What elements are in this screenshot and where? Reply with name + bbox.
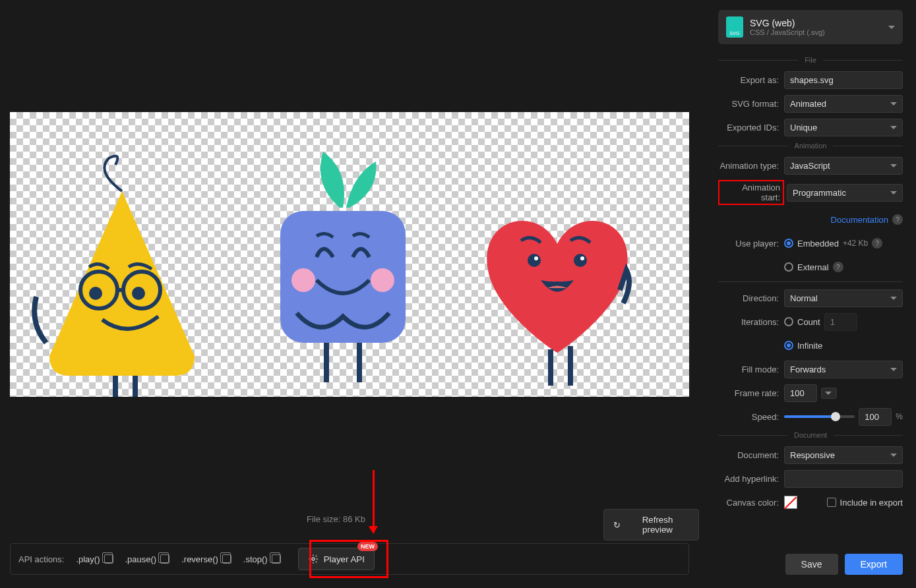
help-icon[interactable]: ? (892, 214, 903, 225)
api-action-play[interactable]: .play() (76, 554, 113, 564)
api-actions-bar: API actions: .play() .pause() .reverse()… (10, 543, 689, 575)
hyperlink-input[interactable] (784, 470, 903, 488)
help-icon[interactable]: ? (833, 262, 843, 272)
external-radio[interactable] (784, 262, 793, 272)
svg-point-18 (312, 558, 315, 560)
section-document: Document (718, 431, 903, 439)
characters-illustration (10, 112, 689, 397)
api-action-stop[interactable]: .stop() (243, 554, 281, 564)
refresh-icon: ↻ (613, 520, 621, 530)
document-select[interactable]: Responsive (784, 446, 903, 464)
use-player-label: Use player: (718, 239, 784, 249)
canvas-color-swatch[interactable] (784, 496, 797, 509)
api-actions-label: API actions: (18, 554, 64, 564)
copy-icon[interactable] (160, 554, 169, 564)
svg-point-2 (89, 287, 102, 300)
file-size-label: File size: 86 Kb (307, 514, 365, 524)
count-label: Count (797, 317, 820, 327)
external-label: External (797, 262, 829, 272)
section-animation: Animation (718, 142, 903, 150)
animation-start-select[interactable]: Programmatic (787, 184, 903, 202)
export-as-input[interactable] (784, 71, 903, 89)
frame-rate-input[interactable] (784, 384, 817, 402)
export-button[interactable]: Export (845, 554, 903, 575)
chevron-down-icon (888, 26, 895, 29)
speed-unit: % (896, 412, 903, 421)
player-api-button[interactable]: Player API NEW (298, 548, 375, 570)
include-export-checkbox[interactable] (827, 498, 836, 507)
svg-point-13 (574, 254, 587, 267)
speed-label: Speed: (718, 412, 784, 422)
infinite-label: Infinite (797, 341, 822, 351)
embedded-label: Embedded (797, 239, 839, 249)
infinite-radio[interactable] (784, 341, 793, 350)
chevron-down-icon (890, 297, 897, 300)
embedded-size: +42 Kb (843, 239, 868, 248)
direction-label: Direction: (718, 293, 784, 303)
animation-type-label: Animation type: (718, 161, 784, 171)
svg-point-3 (132, 287, 145, 300)
api-action-pause[interactable]: .pause() (125, 554, 170, 564)
svg-point-14 (534, 256, 538, 260)
copy-icon[interactable] (222, 554, 231, 564)
section-file: File (718, 56, 903, 64)
fill-mode-label: Fill mode: (718, 365, 784, 374)
speed-slider[interactable] (784, 415, 855, 418)
documentation-link[interactable]: Documentation (831, 215, 888, 225)
frame-rate-label: Frame rate: (718, 388, 784, 398)
format-subtitle: CSS / JavaScript (.svg) (750, 28, 882, 36)
new-badge: NEW (357, 542, 378, 551)
chevron-down-icon (890, 191, 897, 194)
direction-select[interactable]: Normal (784, 289, 903, 307)
refresh-preview-button[interactable]: ↻ Refresh preview (603, 509, 699, 541)
animation-start-label: Animation start: (718, 180, 784, 205)
count-radio[interactable] (784, 317, 793, 326)
gear-icon (308, 554, 319, 564)
chevron-down-icon (890, 102, 897, 105)
hyperlink-label: Add hyperlink: (718, 474, 784, 484)
iterations-label: Iterations: (718, 317, 784, 327)
export-as-label: Export as: (718, 75, 784, 85)
help-icon[interactable]: ? (872, 238, 882, 249)
chevron-down-icon (890, 368, 897, 371)
canvas-color-label: Canvas color: (718, 498, 784, 508)
export-sidebar: SVG SVG (web) CSS / JavaScript (.svg) Fi… (705, 0, 916, 588)
chevron-down-icon (890, 454, 897, 457)
svg-point-8 (291, 268, 315, 292)
svg-format-select[interactable]: Animated (784, 95, 903, 113)
api-action-reverse[interactable]: .reverse() (181, 554, 231, 564)
include-export-label: Include in export (840, 498, 903, 508)
speed-input[interactable] (859, 408, 892, 426)
exported-ids-label: Exported IDs: (718, 123, 784, 132)
chevron-down-icon (825, 392, 832, 395)
animation-type-select[interactable]: JavaScript (784, 157, 903, 175)
frame-rate-dropdown[interactable] (821, 388, 837, 399)
fill-mode-select[interactable]: Forwards (784, 361, 903, 378)
svg-point-12 (528, 254, 541, 267)
chevron-down-icon (890, 164, 897, 167)
document-label: Document: (718, 450, 784, 460)
embedded-radio[interactable] (784, 239, 793, 248)
svg-format-label: SVG format: (718, 99, 784, 109)
format-title: SVG (web) (750, 18, 882, 28)
save-button[interactable]: Save (785, 554, 838, 575)
chevron-down-icon (890, 126, 897, 129)
copy-icon[interactable] (104, 554, 113, 564)
exported-ids-select[interactable]: Unique (784, 119, 903, 136)
preview-canvas (10, 112, 689, 397)
svg-point-15 (580, 256, 584, 260)
count-input[interactable] (824, 313, 857, 331)
copy-icon[interactable] (272, 554, 281, 564)
format-selector[interactable]: SVG SVG (web) CSS / JavaScript (.svg) (718, 10, 903, 44)
svg-point-9 (371, 268, 394, 292)
svg-file-icon: SVG (726, 16, 743, 38)
annotation-arrow (373, 470, 375, 533)
